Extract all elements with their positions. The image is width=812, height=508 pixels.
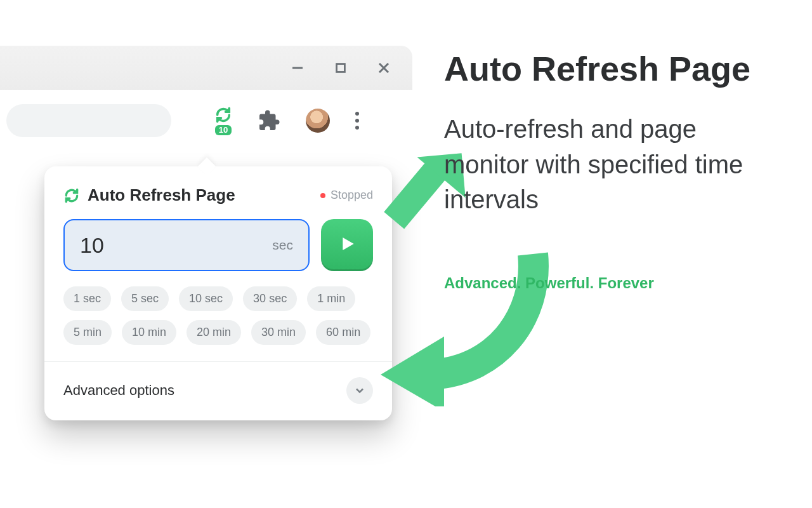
status-dot-icon [320, 193, 325, 198]
preset-chip[interactable]: 10 min [122, 320, 176, 345]
preset-chip[interactable]: 30 sec [243, 286, 297, 311]
preset-chip[interactable]: 5 sec [121, 286, 169, 311]
svg-rect-1 [337, 64, 345, 72]
marketing-title: Auto Refresh Page [444, 50, 787, 88]
preset-chip[interactable]: 60 min [316, 320, 370, 345]
play-icon [337, 234, 357, 257]
address-bar[interactable] [6, 104, 171, 137]
preset-chip[interactable]: 5 min [63, 320, 112, 345]
chevron-down-icon [346, 377, 373, 404]
preset-chip[interactable]: 1 min [307, 286, 355, 311]
advanced-options-toggle[interactable]: Advanced options [44, 361, 392, 420]
preset-chip[interactable]: 20 min [187, 320, 241, 345]
window-titlebar [0, 46, 412, 90]
window-maximize-button[interactable] [331, 58, 350, 77]
marketing-tagline: Advanced. Powerful. Forever [444, 274, 787, 292]
browser-menu-button[interactable] [355, 112, 359, 130]
start-button[interactable] [321, 219, 373, 271]
extension-icon[interactable]: 10 [214, 106, 232, 135]
window-minimize-button[interactable] [288, 58, 307, 77]
preset-chips: 1 sec 5 sec 10 sec 30 sec 1 min 5 min 10… [63, 286, 373, 345]
interval-value: 10 [80, 233, 104, 258]
status-label: Stopped [331, 189, 373, 202]
extension-badge: 10 [215, 125, 232, 135]
refresh-icon [214, 106, 232, 124]
preset-chip[interactable]: 30 min [251, 320, 306, 345]
profile-avatar[interactable] [306, 109, 330, 133]
marketing-description: Auto-refresh and page monitor with speci… [444, 112, 787, 217]
extensions-menu-icon[interactable] [258, 109, 280, 132]
marketing-panel: Auto Refresh Page Auto-refresh and page … [444, 50, 787, 292]
interval-unit: sec [272, 237, 293, 253]
advanced-options-label: Advanced options [63, 382, 174, 399]
status-indicator: Stopped [320, 189, 373, 202]
browser-window: 10 [0, 46, 412, 151]
refresh-icon [63, 187, 80, 204]
extension-popup: Auto Refresh Page Stopped 10 sec 1 sec 5… [44, 166, 392, 420]
interval-input[interactable]: 10 sec [63, 219, 310, 271]
browser-toolbar: 10 [0, 90, 412, 151]
popup-title: Auto Refresh Page [88, 185, 235, 205]
preset-chip[interactable]: 1 sec [63, 286, 111, 311]
window-close-button[interactable] [374, 58, 393, 77]
preset-chip[interactable]: 10 sec [179, 286, 233, 311]
